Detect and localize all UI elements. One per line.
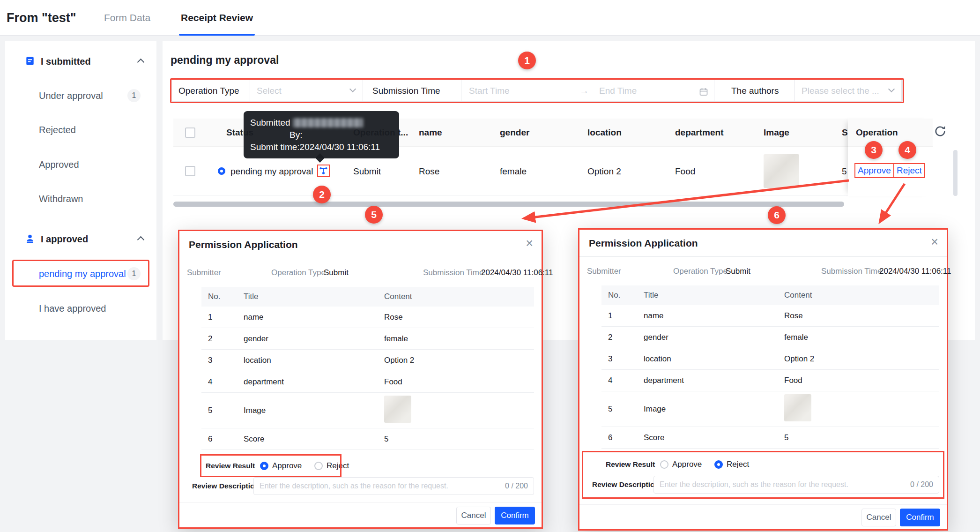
count-badge: 1 (127, 267, 141, 280)
annotation-box-flow-icon[interactable] (317, 165, 330, 177)
permission-dialog-approve: Permission Application × Submitter Opera… (178, 230, 543, 529)
col-image: Image (764, 119, 789, 147)
item-label: Rejected (39, 116, 76, 144)
col-name: name (419, 119, 442, 147)
radio-reject[interactable] (314, 462, 323, 470)
annotation-step-5: 5 (365, 206, 383, 224)
col-department: department (675, 119, 723, 147)
submitted-icon (25, 56, 35, 66)
table-row: 4departmentFood (601, 370, 939, 391)
page: From "test" Form Data Receipt Review I s… (0, 0, 980, 532)
refresh-icon[interactable] (934, 125, 948, 139)
tab-receipt-review[interactable]: Receipt Review (181, 0, 253, 36)
radio-approve-label[interactable]: Approve (272, 457, 302, 475)
operation-type-value: Submit (324, 266, 349, 280)
sidebar-item-under-approval[interactable]: Under approval 1 (5, 82, 156, 110)
vertical-scrollbar[interactable] (953, 150, 958, 196)
radio-reject[interactable] (714, 460, 723, 469)
annotation-box-reject: Reject (893, 163, 925, 178)
col-no: No. (201, 292, 244, 301)
confirm-button[interactable]: Confirm (495, 507, 535, 525)
radio-approve-label[interactable]: Approve (672, 456, 702, 473)
end-time-placeholder: End Time (599, 80, 637, 101)
confirm-button[interactable]: Confirm (900, 509, 940, 526)
close-icon[interactable]: × (526, 236, 533, 251)
tooltip-line-submit-time: Submit time:2024/04/30 11:06:11 (250, 141, 393, 153)
dialog-info-row: Submitter Operation Type Submit Submissi… (579, 264, 947, 278)
table-row: 3locationOption 2 (201, 350, 534, 371)
sidebar-item-i-have-approved[interactable]: I have approved (5, 294, 156, 322)
operation-type-label: Operation Type (673, 264, 728, 278)
cancel-button[interactable]: Cancel (861, 509, 896, 526)
annotation-step-4: 4 (898, 141, 916, 159)
col-title: Title (244, 292, 384, 301)
horizontal-scrollbar[interactable] (173, 202, 844, 207)
range-arrow-icon: → (579, 80, 589, 101)
item-label: I have approved (39, 294, 106, 322)
review-description-input[interactable] (654, 476, 939, 493)
operation-type-label: Operation Type (178, 80, 239, 101)
section-label: I submitted (41, 47, 91, 75)
sidebar-section-i-approved[interactable]: I approved (5, 225, 156, 253)
item-label: Approved (39, 150, 79, 179)
redacted-submitter-name (293, 118, 363, 127)
dialog-info-row: Submitter Operation Type Submit Submissi… (179, 266, 542, 280)
radio-reject-label[interactable]: Reject (327, 457, 349, 475)
cancel-button[interactable]: Cancel (456, 507, 491, 525)
image-thumbnail[interactable] (764, 154, 799, 188)
submission-time-label: Submission Time (821, 264, 882, 278)
dialog-table: No. Title Content 1nameRose 2genderfemal… (201, 287, 534, 450)
table-row: 5Image (601, 391, 939, 427)
sidebar-item-approved[interactable]: Approved (5, 150, 156, 179)
operation-column-header: Operation (848, 119, 933, 147)
sidebar: I submitted Under approval 1 Rejected Ap… (5, 41, 156, 340)
review-description-row: Review Description 0 / 200 (579, 476, 947, 494)
authors-placeholder: Please select the ... (802, 80, 885, 101)
image-thumbnail[interactable] (784, 394, 811, 421)
radio-approve[interactable] (660, 460, 668, 469)
table-row: 2genderfemale (601, 327, 939, 348)
review-result-label: Review Result (606, 456, 655, 473)
tab-form-data[interactable]: Form Data (104, 0, 150, 36)
page-title: From "test" (7, 0, 76, 36)
sidebar-item-rejected[interactable]: Rejected (5, 116, 156, 144)
sidebar-item-withdrawn[interactable]: Withdrawn (5, 185, 156, 213)
reject-link[interactable]: Reject (897, 165, 922, 175)
submitter-label: Submitter (187, 266, 221, 280)
submission-time-range-picker[interactable]: Start Time → End Time (461, 80, 714, 101)
submit-info-tooltip: Submitted By: Submit time:2024/04/30 11:… (244, 111, 399, 158)
image-thumbnail[interactable] (384, 396, 411, 423)
cell-location: Option 2 (587, 147, 621, 196)
close-icon[interactable]: × (931, 234, 938, 249)
annotation-step-2: 2 (313, 186, 331, 203)
section-label: I approved (41, 225, 88, 253)
chevron-up-icon[interactable] (137, 236, 145, 244)
approve-link[interactable]: Approve (858, 165, 891, 175)
review-description-row: Review Description 0 / 200 (179, 477, 542, 495)
content-title: pending my approval (171, 54, 279, 67)
authors-select[interactable]: Please select the ... (794, 80, 902, 101)
row-checkbox[interactable] (185, 166, 195, 176)
dialog-table-header: No. Title Content (601, 285, 939, 305)
radio-approve[interactable] (260, 462, 268, 470)
divider (579, 256, 947, 257)
chevron-up-icon[interactable] (137, 59, 145, 66)
operation-type-select[interactable]: Select (250, 80, 363, 101)
review-description-input[interactable] (254, 478, 534, 495)
review-description-label: Review Description (192, 477, 259, 495)
item-label: Under approval (39, 82, 103, 110)
review-description-label: Review Description (592, 476, 659, 494)
char-counter: 0 / 200 (505, 478, 528, 495)
col-content: Content (384, 292, 534, 301)
sidebar-item-pending-my-approval[interactable]: pending my approval 1 (5, 260, 156, 288)
sidebar-section-i-submitted[interactable]: I submitted (5, 47, 156, 75)
cell-name: Rose (419, 147, 439, 196)
select-all-checkbox[interactable] (185, 127, 195, 138)
flow-record-icon (319, 167, 327, 175)
radio-reject-label[interactable]: Reject (727, 456, 749, 473)
dialog-title: Permission Application (189, 239, 298, 250)
calendar-icon (699, 87, 708, 97)
col-gender: gender (500, 119, 529, 147)
operation-type-label: Operation Type (271, 266, 326, 280)
cell-score: 5 (842, 147, 847, 196)
